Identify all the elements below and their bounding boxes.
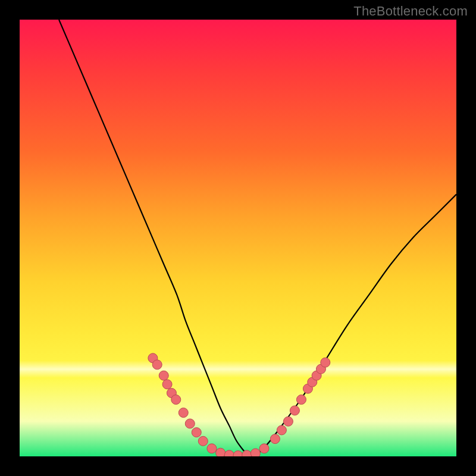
watermark-text: TheBottleneck.com <box>353 4 468 19</box>
bottleneck-curve <box>20 20 456 456</box>
chart-frame: TheBottleneck.com <box>0 0 476 476</box>
data-marker <box>283 416 293 426</box>
data-marker <box>207 444 217 453</box>
data-marker <box>192 428 201 437</box>
data-marker <box>250 449 260 456</box>
data-marker <box>152 360 162 369</box>
data-marker <box>270 434 280 444</box>
data-marker <box>233 451 243 456</box>
data-marker <box>224 450 234 456</box>
plot-area <box>20 20 456 456</box>
data-marker <box>296 395 306 405</box>
data-marker <box>185 419 195 428</box>
data-marker <box>259 444 269 453</box>
data-marker <box>216 448 226 456</box>
data-marker <box>277 425 286 435</box>
data-marker <box>321 358 330 367</box>
data-marker <box>290 406 299 415</box>
data-marker <box>171 395 181 405</box>
data-marker <box>162 380 172 389</box>
data-marker <box>159 371 168 380</box>
data-marker <box>178 408 188 418</box>
data-marker <box>198 436 208 446</box>
